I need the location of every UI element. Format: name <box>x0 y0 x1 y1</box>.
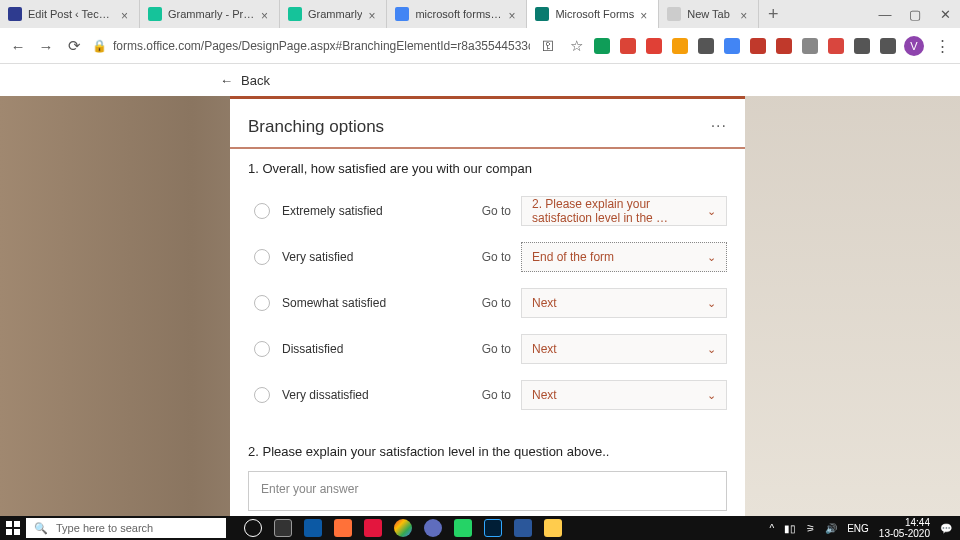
tray-chevron-icon[interactable]: ^ <box>769 523 774 534</box>
tab-1[interactable]: Grammarly - ProSeoTools_× <box>140 0 280 28</box>
option-row: Very satisfied Go toEnd of the form⌄ <box>248 234 727 280</box>
address-bar: ← → ⟳ 🔒forms.office.com/Pages/DesignPage… <box>0 28 960 64</box>
goto-label: Go to <box>482 342 511 356</box>
close-icon[interactable]: × <box>740 9 750 19</box>
ext-icon[interactable] <box>776 38 792 54</box>
radio-icon[interactable] <box>254 341 270 357</box>
radio-icon[interactable] <box>254 295 270 311</box>
extensions <box>594 38 896 54</box>
goto-dropdown[interactable]: 2. Please explain your satisfaction leve… <box>521 196 727 226</box>
goto-dropdown[interactable]: End of the form⌄ <box>521 242 727 272</box>
ext-icon[interactable] <box>828 38 844 54</box>
favicon <box>8 7 22 21</box>
arrow-left-icon: ← <box>220 73 233 88</box>
question-text: 1. Overall, how satisfied are you with o… <box>248 161 727 176</box>
back-button[interactable]: ←Back <box>220 73 270 88</box>
svg-rect-0 <box>6 521 12 527</box>
explorer-icon[interactable] <box>544 519 562 537</box>
tab-strip: Edit Post ‹ Tech Viral — Word× Grammarly… <box>0 0 960 28</box>
more-icon[interactable]: ··· <box>711 117 727 137</box>
cortana-icon[interactable] <box>244 519 262 537</box>
tab-2[interactable]: Grammarly× <box>280 0 387 28</box>
system-tray: ^ ▮▯ ⚞ 🔊 ENG 14:4413-05-2020 💬 <box>769 517 960 539</box>
option-label: Dissatisfied <box>282 342 343 356</box>
ext-icon[interactable] <box>646 38 662 54</box>
svg-rect-3 <box>14 529 20 535</box>
star-icon[interactable]: ☆ <box>566 36 586 56</box>
ext-icon[interactable] <box>594 38 610 54</box>
chevron-down-icon: ⌄ <box>707 389 716 402</box>
firefox-icon[interactable] <box>334 519 352 537</box>
page-title: Branching options <box>248 117 384 137</box>
volume-icon[interactable]: 🔊 <box>825 523 837 534</box>
battery-icon[interactable]: ▮▯ <box>784 523 796 534</box>
branching-card: Branching options ··· 1. Overall, how sa… <box>230 96 745 526</box>
option-row: Dissatisfied Go toNext⌄ <box>248 326 727 372</box>
goto-dropdown[interactable]: Next⌄ <box>521 380 727 410</box>
question-2: 2. Please explain your satisfaction leve… <box>230 430 745 525</box>
browser-chrome: Edit Post ‹ Tech Viral — Word× Grammarly… <box>0 0 960 64</box>
maximize-button[interactable]: ▢ <box>900 7 930 22</box>
lock-icon: 🔒 <box>92 39 107 53</box>
taskbar-search[interactable]: 🔍Type here to search <box>26 518 226 538</box>
tab-3[interactable]: microsoft forms - Google Se× <box>387 0 527 28</box>
tab-5[interactable]: New Tab× <box>659 0 759 28</box>
answer-input[interactable]: Enter your answer <box>248 471 727 511</box>
profile-avatar[interactable]: V <box>904 36 924 56</box>
tab-0[interactable]: Edit Post ‹ Tech Viral — Word× <box>0 0 140 28</box>
photoshop-icon[interactable] <box>484 519 502 537</box>
ext-icon[interactable] <box>698 38 714 54</box>
menu-icon[interactable]: ⋮ <box>932 36 952 56</box>
clock[interactable]: 14:4413-05-2020 <box>879 517 930 539</box>
tab-4[interactable]: Microsoft Forms× <box>527 0 659 28</box>
whatsapp-icon[interactable] <box>454 519 472 537</box>
reload-icon[interactable]: ⟳ <box>64 36 84 56</box>
svg-rect-1 <box>14 521 20 527</box>
ext-icon[interactable] <box>750 38 766 54</box>
option-row: Extremely satisfied Go to2. Please expla… <box>248 188 727 234</box>
ext-icon[interactable] <box>802 38 818 54</box>
ext-icon[interactable] <box>724 38 740 54</box>
chromium-icon[interactable] <box>424 519 442 537</box>
goto-dropdown[interactable]: Next⌄ <box>521 334 727 364</box>
ext-icon[interactable] <box>880 38 896 54</box>
ext-icon[interactable] <box>854 38 870 54</box>
start-button[interactable] <box>0 516 26 540</box>
taskview-icon[interactable] <box>274 519 292 537</box>
key-icon[interactable]: ⚿ <box>538 36 558 56</box>
option-label: Somewhat satisfied <box>282 296 386 310</box>
word-icon[interactable] <box>514 519 532 537</box>
minimize-button[interactable]: — <box>870 7 900 22</box>
goto-dropdown[interactable]: Next⌄ <box>521 288 727 318</box>
opera-icon[interactable] <box>364 519 382 537</box>
svg-rect-2 <box>6 529 12 535</box>
taskbar-apps <box>234 519 562 537</box>
divider <box>230 147 745 149</box>
language-indicator[interactable]: ENG <box>847 523 869 534</box>
notifications-icon[interactable]: 💬 <box>940 523 952 534</box>
edge-icon[interactable] <box>304 519 322 537</box>
url-input[interactable]: 🔒forms.office.com/Pages/DesignPage.aspx#… <box>92 39 530 53</box>
radio-icon[interactable] <box>254 387 270 403</box>
radio-icon[interactable] <box>254 203 270 219</box>
option-label: Extremely satisfied <box>282 204 383 218</box>
ext-icon[interactable] <box>672 38 688 54</box>
window-controls: — ▢ ✕ <box>870 7 960 22</box>
back-nav-icon[interactable]: ← <box>8 36 28 56</box>
close-icon[interactable]: × <box>121 9 131 19</box>
chrome-icon[interactable] <box>394 519 412 537</box>
new-tab-button[interactable]: + <box>759 4 787 25</box>
close-button[interactable]: ✕ <box>930 7 960 22</box>
forward-nav-icon[interactable]: → <box>36 36 56 56</box>
wifi-icon[interactable]: ⚞ <box>806 523 815 534</box>
close-icon[interactable]: × <box>640 9 650 19</box>
close-icon[interactable]: × <box>261 9 271 19</box>
favicon <box>535 7 549 21</box>
close-icon[interactable]: × <box>508 9 518 19</box>
search-icon: 🔍 <box>34 522 48 535</box>
chevron-down-icon: ⌄ <box>707 251 716 264</box>
ext-icon[interactable] <box>620 38 636 54</box>
option-label: Very dissatisfied <box>282 388 369 402</box>
radio-icon[interactable] <box>254 249 270 265</box>
close-icon[interactable]: × <box>368 9 378 19</box>
